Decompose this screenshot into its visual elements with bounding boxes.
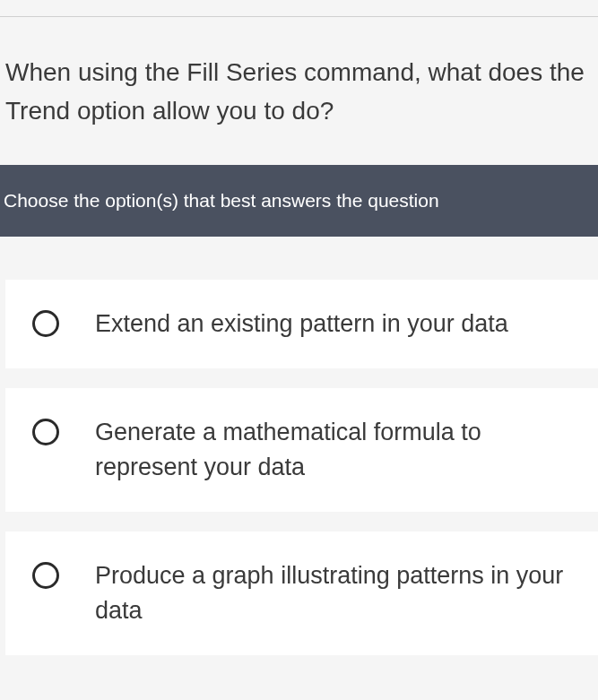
radio-icon: [32, 562, 59, 589]
options-container: Extend an existing pattern in your data …: [0, 237, 598, 656]
option-2[interactable]: Generate a mathematical formula to repre…: [5, 388, 598, 512]
radio-icon: [32, 419, 59, 445]
instruction-bar: Choose the option(s) that best answers t…: [0, 165, 598, 237]
option-label: Produce a graph illustrating patterns in…: [95, 558, 580, 628]
option-label: Generate a mathematical formula to repre…: [95, 415, 580, 485]
radio-icon: [32, 310, 59, 337]
option-1[interactable]: Extend an existing pattern in your data: [5, 280, 598, 368]
option-3[interactable]: Produce a graph illustrating patterns in…: [5, 531, 598, 655]
option-label: Extend an existing pattern in your data: [95, 307, 508, 341]
question-text: When using the Fill Series command, what…: [0, 17, 598, 165]
